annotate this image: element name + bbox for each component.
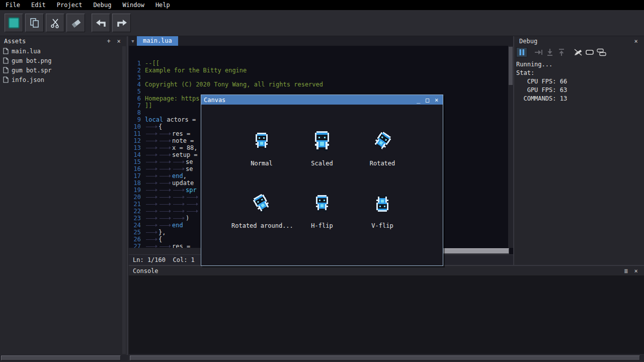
menubar: FileEditProjectDebugWindowHelp xyxy=(0,0,644,10)
undo-button[interactable] xyxy=(92,14,110,32)
menu-project[interactable]: Project xyxy=(51,0,88,10)
assets-h-scrollbar[interactable] xyxy=(0,355,128,361)
asset-item-info-json[interactable]: info.json xyxy=(0,75,122,84)
canvas-window[interactable]: Canvas _ □ × NormalScaledRotatedRotated … xyxy=(201,95,443,266)
console-menu-icon[interactable]: ≣ xyxy=(622,267,630,275)
tab-whitespace-marker xyxy=(145,137,158,144)
sprite-cell: Scaled xyxy=(292,125,352,167)
close-window-button[interactable]: × xyxy=(433,97,440,104)
menu-help[interactable]: Help xyxy=(150,0,176,10)
tab-whitespace-marker xyxy=(158,179,172,187)
main-h-scrollbar[interactable] xyxy=(129,355,644,361)
sprite-label: Scaled xyxy=(292,160,352,167)
gum-bot-sprite-rotated xyxy=(371,130,393,152)
menu-debug[interactable]: Debug xyxy=(88,0,117,10)
canvas-window-titlebar[interactable]: Canvas _ □ × xyxy=(201,95,443,105)
maximize-button[interactable]: □ xyxy=(424,97,431,104)
assets-panel: Assets + × main.luagum bot.pnggum bot.sp… xyxy=(0,36,128,355)
canvas-viewport[interactable]: NormalScaledRotatedRotated around...H-fl… xyxy=(201,105,443,265)
step-into-button[interactable] xyxy=(544,47,555,57)
code-line: 3 xyxy=(129,74,509,81)
debug-status-line: Running... xyxy=(516,60,644,69)
close-assets-button[interactable]: × xyxy=(115,38,123,45)
sprite-label: Rotated xyxy=(352,160,413,167)
tab-whitespace-marker xyxy=(145,172,158,179)
clear-breakpoints-button[interactable] xyxy=(596,47,607,57)
asset-item-gum-bot-png[interactable]: gum bot.png xyxy=(0,56,122,65)
code-token: se xyxy=(186,165,193,172)
tab-whitespace-marker xyxy=(158,201,172,208)
code-token: { xyxy=(158,236,162,243)
assets-v-scrollbar[interactable] xyxy=(122,46,126,354)
console-output[interactable] xyxy=(129,276,644,354)
copy-icon xyxy=(29,18,40,28)
asset-item-gum-bot-spr[interactable]: gum bot.spr xyxy=(0,65,122,75)
console-panel: Console ≣ × xyxy=(129,265,644,354)
close-console-button[interactable]: × xyxy=(632,267,640,275)
tab-whitespace-marker xyxy=(145,208,158,215)
run-button[interactable] xyxy=(5,14,23,32)
close-debug-button[interactable]: × xyxy=(632,38,640,45)
tab-whitespace-marker xyxy=(172,165,186,172)
tab-list-dropdown-icon[interactable]: ▼ xyxy=(129,39,137,44)
assets-panel-title: Assets xyxy=(4,38,26,45)
line-number: 15 xyxy=(129,158,145,165)
gum-bot-sprite-rotated-around xyxy=(251,192,272,214)
line-number: 26 xyxy=(129,236,145,243)
tab-whitespace-marker xyxy=(158,172,172,179)
line-number: 9 xyxy=(129,116,145,123)
add-asset-button[interactable]: + xyxy=(105,38,113,45)
debug-status-line: Stat: xyxy=(516,69,644,77)
menu-file[interactable]: File xyxy=(0,0,26,10)
minimize-button[interactable]: _ xyxy=(415,97,422,104)
tab-whitespace-marker xyxy=(145,158,158,165)
line-number: 6 xyxy=(129,95,145,102)
line-number: 19 xyxy=(129,187,145,194)
step-out-button[interactable] xyxy=(556,47,567,57)
code-token: res = xyxy=(172,243,194,248)
toggle-breakpoint-button[interactable] xyxy=(573,47,584,57)
tab-whitespace-marker xyxy=(145,144,158,151)
enable-breakpoints-button[interactable] xyxy=(584,47,595,57)
asset-item-main-lua[interactable]: main.lua xyxy=(0,46,122,56)
gum-bot-sprite-vflip xyxy=(375,195,390,212)
scissors-icon xyxy=(50,18,60,28)
editor-v-scrollbar-thumb[interactable] xyxy=(509,47,513,85)
tab-whitespace-marker xyxy=(172,201,186,208)
editor-v-scrollbar[interactable] xyxy=(508,46,513,248)
file-icon xyxy=(3,67,9,73)
redo-button[interactable] xyxy=(112,14,131,32)
line-number: 23 xyxy=(129,215,145,222)
tab-whitespace-marker xyxy=(158,222,172,229)
line-number: 5 xyxy=(129,88,145,95)
code-token: se xyxy=(186,158,193,165)
editor-tab-bar: ▼ main.lua xyxy=(129,36,513,46)
step-out-icon xyxy=(558,48,565,56)
assets-h-scrollbar-thumb[interactable] xyxy=(1,355,121,360)
gum-bot-sprite-scaled xyxy=(313,131,331,151)
menu-edit[interactable]: Edit xyxy=(26,0,51,10)
copy-button[interactable] xyxy=(25,14,44,32)
step-over-button[interactable] xyxy=(533,47,544,57)
line-number: 13 xyxy=(129,144,145,151)
paste-button[interactable] xyxy=(66,14,85,32)
menu-window[interactable]: Window xyxy=(117,0,150,10)
line-number: 14 xyxy=(129,151,145,158)
cut-button[interactable] xyxy=(46,14,64,32)
gum-bot-sprite-normal xyxy=(254,133,269,149)
gum-bot-sprite-hflip xyxy=(314,195,330,212)
tab-whitespace-marker xyxy=(158,165,172,172)
tab-whitespace-marker xyxy=(186,208,199,215)
tab-whitespace-marker xyxy=(145,151,158,158)
tab-main-lua[interactable]: main.lua xyxy=(137,36,178,46)
asset-file-name: gum bot.png xyxy=(12,57,51,64)
tab-whitespace-marker xyxy=(172,158,186,165)
line-number: 2 xyxy=(129,67,145,74)
main-h-scrollbar-thumb[interactable] xyxy=(130,355,640,360)
code-token: ]] xyxy=(145,102,152,109)
line-number: 1 xyxy=(129,60,145,67)
code-token: Example for the Bitty engine xyxy=(145,67,247,74)
line-number: 12 xyxy=(129,137,145,144)
pause-button[interactable] xyxy=(516,47,527,57)
file-icon xyxy=(3,48,9,54)
